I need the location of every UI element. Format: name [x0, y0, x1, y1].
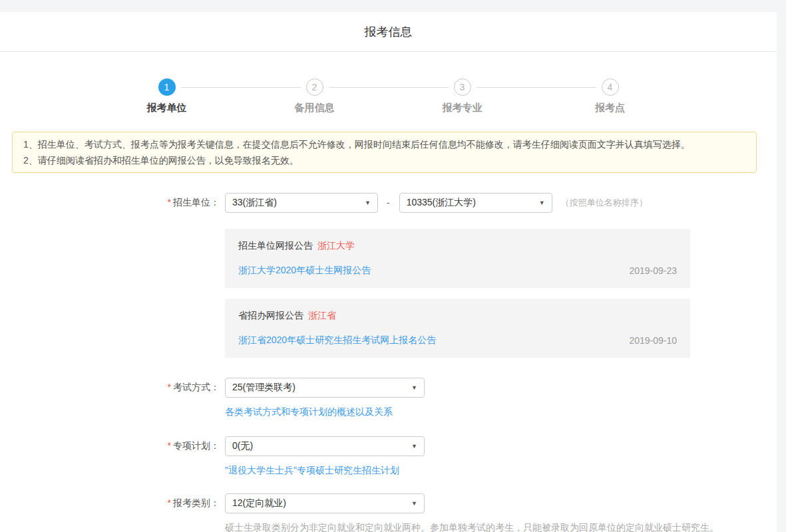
special-plan-help-link[interactable]: "退役大学生士兵"专项硕士研究生招生计划: [225, 465, 399, 475]
exam-method-help-row: 各类考试方式和专项计划的概述以及关系: [225, 406, 777, 418]
special-plan-select[interactable]: 0(无) ▼: [225, 436, 425, 456]
required-mark: *: [168, 382, 171, 392]
category-select-value: 12(定向就业): [232, 497, 286, 509]
special-plan-row: *专项计划： 0(无) ▼: [0, 436, 777, 456]
step-3-circle: 3: [454, 78, 471, 96]
step-4-label: 报考点: [595, 102, 625, 114]
exam-method-row: *考试方式： 25(管理类联考) ▼: [0, 378, 777, 398]
province-select-value: 33(浙江省): [232, 197, 277, 209]
chevron-down-icon: ▼: [539, 200, 545, 206]
admission-unit-label: *招生单位：: [0, 197, 220, 209]
category-row: *报考类别： 12(定向就业) ▼: [0, 493, 777, 513]
unit-sort-hint: （按照单位名称排序）: [561, 197, 648, 209]
notice-line-1: 1、招生单位、考试方式、报考点等为报考关键信息，在提交信息后不允许修改，网报时间…: [23, 136, 745, 152]
chevron-down-icon: ▼: [411, 384, 417, 391]
step-exam-site: 4 报考点: [536, 78, 684, 114]
step-2-circle: 2: [306, 78, 323, 96]
special-plan-label: *专项计划：: [0, 440, 220, 452]
steps-progress: 1 报考单位 2 备用信息 3 报考专业 4 报考点: [93, 78, 684, 114]
key-info-notice: 1、招生单位、考试方式、报考点等为报考关键信息，在提交信息后不允许修改，网报时间…: [12, 132, 757, 173]
page-title: 报考信息: [365, 24, 413, 40]
province-select[interactable]: 33(浙江省) ▼: [225, 193, 378, 213]
category-select[interactable]: 12(定向就业) ▼: [225, 493, 425, 513]
exam-method-label: *考试方式：: [0, 382, 220, 394]
step-3-label: 报考专业: [443, 102, 483, 114]
application-info-panel: 报考信息 1 报考单位 2 备用信息 3 报考专业 4 报考点 1、招生单位、考…: [0, 12, 777, 532]
required-mark: *: [168, 197, 171, 207]
step-4-circle: 4: [602, 78, 619, 96]
province-announcement-date: 2019-09-10: [629, 335, 677, 346]
province-announcement-link-row: 浙江省2020年硕士研究生招生考试网上报名公告 2019-09-10: [238, 334, 677, 346]
special-plan-select-value: 0(无): [232, 440, 253, 452]
special-plan-help-row: "退役大学生士兵"专项硕士研究生招生计划: [225, 465, 777, 477]
step-application-major: 3 报考专业: [389, 78, 536, 114]
step-1-circle: 1: [158, 78, 176, 96]
exam-method-help-link[interactable]: 各类考试方式和专项计划的概述以及关系: [225, 406, 393, 417]
chevron-down-icon: ▼: [411, 500, 417, 507]
chevron-down-icon: ▼: [365, 200, 371, 206]
unit-announcement-date: 2019-09-23: [629, 265, 677, 276]
step-application-unit: 1 报考单位: [93, 78, 241, 114]
exam-method-select-value: 25(管理类联考): [232, 382, 295, 394]
unit-announcement-link-row: 浙江大学2020年硕士生网报公告 2019-09-23: [238, 265, 677, 277]
unit-announcement-org: 浙江大学: [317, 240, 355, 251]
admission-unit-row: *招生单位： 33(浙江省) ▼ - 10335(浙江大学) ▼ （按照单位名称…: [0, 193, 777, 213]
province-announcement-box: 省招办网报公告浙江省 浙江省2020年硕士研究生招生考试网上报名公告 2019-…: [225, 299, 690, 358]
step-backup-info: 2 备用信息: [241, 78, 389, 114]
province-announcement-link[interactable]: 浙江省2020年硕士研究生招生考试网上报名公告: [238, 334, 436, 346]
step-2-label: 备用信息: [295, 102, 335, 114]
page-header: 报考信息: [0, 12, 777, 52]
category-label: *报考类别：: [0, 497, 220, 509]
category-hint: 硕士生录取类别分为非定向就业和定向就业两种。参加单独考试的考生，只能被录取为回原…: [225, 522, 777, 532]
province-announcement-title: 省招办网报公告浙江省: [238, 310, 677, 322]
unit-announcement-title: 招生单位网报公告浙江大学: [238, 240, 677, 252]
unit-announcement-box: 招生单位网报公告浙江大学 浙江大学2020年硕士生网报公告 2019-09-23: [225, 229, 690, 288]
select-separator: -: [387, 198, 390, 208]
chevron-down-icon: ▼: [411, 443, 417, 450]
exam-method-select[interactable]: 25(管理类联考) ▼: [225, 378, 425, 398]
step-1-label: 报考单位: [147, 102, 187, 114]
required-mark: *: [168, 497, 171, 508]
province-announcement-org: 浙江省: [308, 310, 336, 321]
unit-select[interactable]: 10335(浙江大学) ▼: [399, 193, 552, 213]
notice-line-2: 2、请仔细阅读省招办和招生单位的网报公告，以免导致报名无效。: [23, 152, 745, 168]
unit-announcement-link[interactable]: 浙江大学2020年硕士生网报公告: [238, 265, 371, 277]
required-mark: *: [168, 440, 171, 451]
unit-select-value: 10335(浙江大学): [407, 197, 476, 209]
